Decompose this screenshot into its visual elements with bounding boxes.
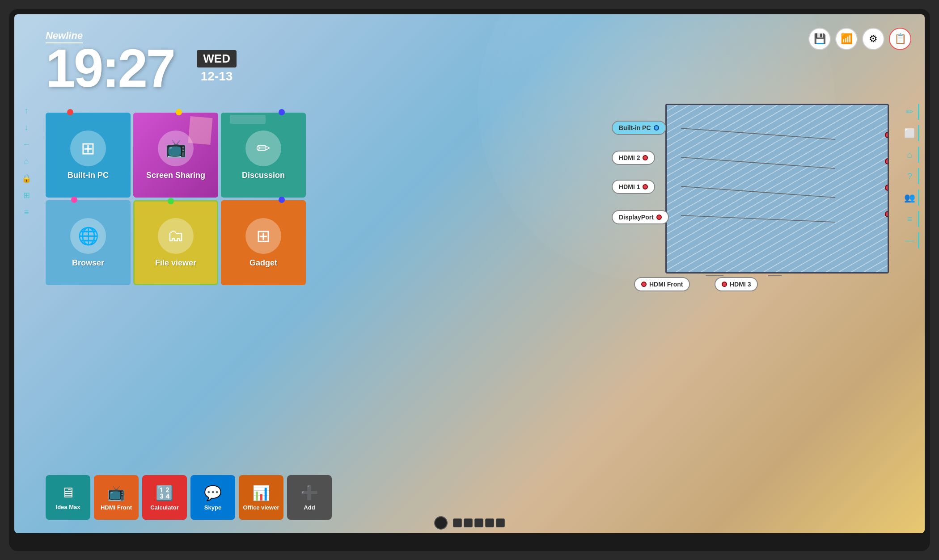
- bezel-btn-2[interactable]: [464, 518, 473, 527]
- bottom-bezel-controls: [434, 516, 505, 530]
- bezel-btn-3[interactable]: [474, 518, 483, 527]
- monitor-frame: [665, 104, 889, 274]
- save-button[interactable]: 💾: [808, 28, 831, 50]
- clock-date: WED 12-13: [197, 50, 237, 84]
- tile-discussion[interactable]: ✏ Discussion: [221, 113, 306, 198]
- sidebar-right-pen[interactable]: ✏: [903, 104, 919, 120]
- sidebar-right-people[interactable]: 👥: [903, 189, 919, 206]
- sidebar-right-help[interactable]: ?: [903, 168, 919, 184]
- tile-file-viewer[interactable]: 🗂 File viewer: [133, 200, 218, 285]
- screen-sharing-icon: 📺: [158, 131, 194, 166]
- dot-3: [885, 185, 889, 191]
- input-hdmi-3[interactable]: HDMI 3: [715, 277, 758, 291]
- clock-area: 19:27 WED 12-13: [46, 41, 174, 95]
- add-label: Add: [304, 504, 315, 511]
- sidebar-right-eraser[interactable]: ⬜: [903, 125, 919, 141]
- tv-bezel: Newline 19:27 WED 12-13 💾 📶 ⚙ 📋 ↑ ↓ ← ⌂ …: [9, 9, 930, 551]
- hdmi2-dot: [643, 155, 648, 160]
- bottom-apps: 🖥 Idea Max 📺 HDMI Front 🔢 Calculator 💬 S…: [46, 475, 332, 520]
- gadget-label: Gadget: [250, 258, 277, 268]
- file-viewer-label: File viewer: [155, 258, 196, 268]
- top-right-icons: 💾 📶 ⚙ 📋: [808, 28, 911, 50]
- input-diagram: Built-in PC HDMI 2 HDMI 1 DisplayPort HD…: [612, 104, 889, 291]
- tile-browser[interactable]: 🌐 Browser: [46, 200, 131, 285]
- hdmi-front-dot: [641, 282, 647, 287]
- monitor-side-dots: [885, 132, 889, 217]
- tile-gadget[interactable]: ⊞ Gadget: [221, 200, 306, 285]
- app-idea-max[interactable]: 🖥 Idea Max: [46, 475, 90, 520]
- sidebar-item-home[interactable]: ⌂: [20, 155, 33, 168]
- pin-yellow: [176, 109, 182, 115]
- input-hdmi-front[interactable]: HDMI Front: [634, 277, 690, 291]
- pin-green: [168, 198, 174, 204]
- sidebar-item-arrow-down[interactable]: ↓: [20, 121, 33, 134]
- hdmi3-dot: [722, 282, 727, 287]
- discussion-icon: ✏: [245, 131, 281, 166]
- pin-pink: [71, 197, 77, 203]
- clock-time: 19:27: [46, 41, 174, 95]
- app-button[interactable]: 📋: [889, 28, 911, 50]
- sidebar-item-arrow-up[interactable]: ↑: [20, 104, 33, 117]
- pin-blue: [279, 109, 285, 115]
- add-icon: ➕: [300, 484, 318, 501]
- hdmi1-dot: [643, 184, 648, 189]
- input-built-in-pc[interactable]: Built-in PC: [612, 121, 666, 135]
- wifi-button[interactable]: 📶: [835, 28, 858, 50]
- app-office-viewer[interactable]: 📊 Office viewer: [239, 475, 283, 520]
- dot-1: [885, 132, 889, 138]
- screen-sharing-label: Screen Sharing: [146, 171, 205, 180]
- built-in-pc-label: Built-in PC: [68, 171, 109, 180]
- power-button[interactable]: [434, 516, 448, 530]
- gadget-icon: ⊞: [245, 218, 281, 254]
- tile-built-in-pc[interactable]: ⊞ Built-in PC: [46, 113, 131, 198]
- calculator-icon: 🔢: [156, 484, 173, 501]
- input-hdmi-1[interactable]: HDMI 1: [612, 180, 655, 194]
- dot-2: [885, 158, 889, 164]
- app-add[interactable]: ➕ Add: [287, 475, 332, 520]
- input-displayport[interactable]: DisplayPort: [612, 210, 669, 224]
- day-badge: WED: [197, 50, 237, 67]
- calculator-label: Calculator: [150, 504, 179, 511]
- file-viewer-icon: 🗂: [158, 218, 194, 254]
- browser-icon: 🌐: [70, 218, 106, 254]
- hdmi-front-icon: 📺: [107, 484, 125, 501]
- input-hdmi-2[interactable]: HDMI 2: [612, 151, 655, 165]
- pin-red: [67, 109, 73, 115]
- app-grid: ⊞ Built-in PC 📺 Screen Sharing ✏ Discuss…: [46, 113, 306, 285]
- dot-4: [885, 211, 889, 217]
- sidebar-right-lines[interactable]: ≡: [903, 211, 919, 227]
- app-skype[interactable]: 💬 Skype: [190, 475, 235, 520]
- date-text: 12-13: [201, 69, 233, 84]
- built-in-pc-icon: ⊞: [70, 131, 106, 166]
- sidebar-item-menu[interactable]: ≡: [20, 206, 33, 219]
- hdmi-front-label: HDMI Front: [101, 504, 132, 511]
- app-hdmi-front[interactable]: 📺 HDMI Front: [94, 475, 139, 520]
- sidebar-item-grid[interactable]: ⊞: [20, 189, 33, 202]
- screen: Newline 19:27 WED 12-13 💾 📶 ⚙ 📋 ↑ ↓ ← ⌂ …: [14, 14, 925, 533]
- monitor-lines: [667, 105, 888, 272]
- bezel-btn-1[interactable]: [453, 518, 462, 527]
- app-calculator[interactable]: 🔢 Calculator: [142, 475, 187, 520]
- office-viewer-icon: 📊: [252, 484, 270, 501]
- skype-icon: 💬: [204, 484, 222, 501]
- office-viewer-label: Office viewer: [243, 504, 279, 511]
- idea-max-icon: 🖥: [61, 484, 75, 501]
- bezel-btn-4[interactable]: [485, 518, 494, 527]
- bezel-btn-5[interactable]: [496, 518, 505, 527]
- pin-blue2: [279, 197, 285, 203]
- sidebar-right-dash[interactable]: —: [903, 232, 919, 248]
- discussion-label: Discussion: [242, 171, 285, 180]
- active-dot: [654, 125, 659, 131]
- dp-dot: [656, 215, 662, 220]
- tile-screen-sharing[interactable]: 📺 Screen Sharing: [133, 113, 218, 198]
- settings-button[interactable]: ⚙: [862, 28, 884, 50]
- sidebar-item-lock[interactable]: 🔒: [20, 172, 33, 185]
- browser-label: Browser: [72, 258, 104, 268]
- sidebar-item-back[interactable]: ←: [20, 138, 33, 151]
- idea-max-label: Idea Max: [56, 504, 80, 510]
- right-sidebar: ✏ ⬜ ⌂ ? 👥 ≡ —: [903, 104, 919, 248]
- left-sidebar: ↑ ↓ ← ⌂ 🔒 ⊞ ≡: [20, 104, 33, 219]
- skype-label: Skype: [204, 504, 221, 511]
- sidebar-right-home[interactable]: ⌂: [903, 147, 919, 163]
